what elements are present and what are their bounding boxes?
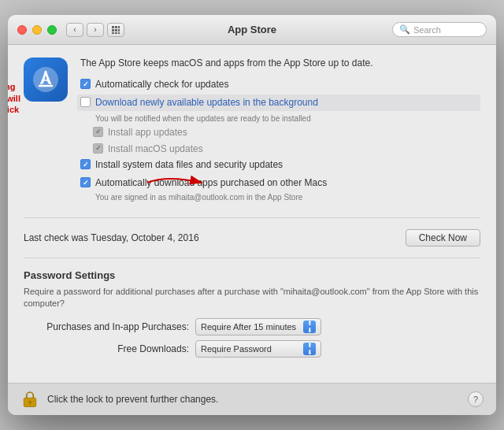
purchases-row: Purchases and In-app Purchases: Require … <box>24 318 480 335</box>
purchases-select[interactable]: Require After 15 minutes ⬆⬇ <box>195 318 321 335</box>
downloads-row: Free Downloads: Require Password ⬆⬇ <box>24 340 480 358</box>
main-window: ‹ › App Store 🔍 Search <box>8 15 496 415</box>
auto-download-item: Automatically download apps purchased on… <box>80 176 480 190</box>
purchases-value: Require After 15 minutes <box>201 322 300 332</box>
nav-buttons: ‹ › <box>66 23 104 37</box>
download-bg-item: Download newly available updates in the … <box>77 95 480 111</box>
maximize-button[interactable] <box>47 25 57 35</box>
install-data-item: Install system data files and security u… <box>80 158 480 172</box>
install-app-checkbox[interactable] <box>93 127 103 137</box>
svg-rect-8 <box>118 32 120 34</box>
downloads-select[interactable]: Require Password ⬆⬇ <box>195 340 321 358</box>
auto-check-item: Automatically check for updates <box>80 78 480 91</box>
downloads-value: Require Password <box>201 344 300 354</box>
svg-rect-4 <box>115 29 117 32</box>
content-area: Unticking this box will do the trick A T… <box>8 45 496 383</box>
downloads-dropdown-arrow: ⬆⬇ <box>303 343 316 355</box>
install-macos-label: Install macOS updates <box>108 143 203 156</box>
grid-button[interactable] <box>107 23 124 37</box>
top-section: Unticking this box will do the trick A T… <box>24 57 480 205</box>
lock-icon <box>20 390 39 409</box>
help-button[interactable]: ? <box>468 391 484 407</box>
password-settings-desc: Require a password for additional purcha… <box>24 286 480 310</box>
svg-rect-5 <box>118 29 120 32</box>
traffic-lights <box>17 25 57 35</box>
install-macos-item: Install macOS updates <box>93 143 480 156</box>
search-box[interactable]: 🔍 Search <box>392 22 487 37</box>
purchases-dropdown-arrow: ⬆⬇ <box>303 321 316 333</box>
lock-text: Click the lock to prevent further change… <box>47 394 460 405</box>
download-bg-checkbox[interactable] <box>80 97 91 107</box>
appstore-icon: A <box>24 57 68 102</box>
svg-rect-6 <box>112 32 114 34</box>
settings-area: The App Store keeps macOS and apps from … <box>80 57 480 205</box>
svg-rect-3 <box>112 29 114 32</box>
last-check-row: Last check was Tuesday, October 4, 2016 … <box>24 229 480 247</box>
install-macos-checkbox[interactable] <box>93 143 103 154</box>
purchases-label: Purchases and In-app Purchases: <box>24 321 189 332</box>
divider-1 <box>24 217 480 218</box>
download-bg-label: Download newly available updates in the … <box>95 96 318 109</box>
annotation-text: Unticking this box will do the trick <box>8 81 21 115</box>
last-check-text: Last check was Tuesday, October 4, 2016 <box>24 232 398 243</box>
auto-check-label: Automatically check for updates <box>95 78 228 91</box>
search-icon: 🔍 <box>399 24 410 35</box>
download-bg-sublabel: You will be notified when the updates ar… <box>95 114 480 123</box>
divider-2 <box>24 258 480 258</box>
app-icon-area: Unticking this box will do the trick A <box>24 57 68 102</box>
downloads-label: Free Downloads: <box>24 343 189 354</box>
auto-check-checkbox[interactable] <box>80 79 91 89</box>
back-button[interactable]: ‹ <box>66 23 83 37</box>
install-app-label: Install app updates <box>108 126 187 139</box>
minimize-button[interactable] <box>32 25 42 35</box>
svg-rect-1 <box>115 26 117 28</box>
install-data-label: Install system data files and security u… <box>95 158 283 172</box>
search-placeholder: Search <box>413 25 441 35</box>
password-settings: Password Settings Require a password for… <box>24 269 480 358</box>
check-now-button[interactable]: Check Now <box>406 229 480 247</box>
install-data-checkbox[interactable] <box>80 159 91 169</box>
bottom-bar: Click the lock to prevent further change… <box>8 383 496 415</box>
svg-rect-2 <box>118 26 120 28</box>
auto-download-checkbox[interactable] <box>80 177 91 187</box>
password-settings-title: Password Settings <box>24 269 480 281</box>
titlebar: ‹ › App Store 🔍 Search <box>8 15 496 45</box>
install-app-item: Install app updates <box>93 126 480 139</box>
window-title: App Store <box>228 24 276 35</box>
forward-button[interactable]: › <box>87 23 104 37</box>
close-button[interactable] <box>17 25 27 35</box>
annotation-arrow <box>143 171 214 198</box>
svg-rect-0 <box>112 26 114 28</box>
svg-rect-7 <box>115 32 117 34</box>
app-description: The App Store keeps macOS and apps from … <box>80 57 480 69</box>
